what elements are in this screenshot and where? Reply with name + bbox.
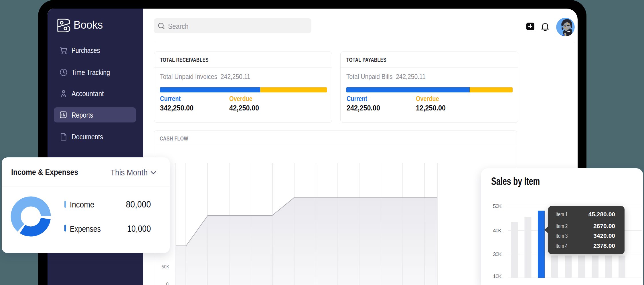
svg-text:50K: 50K xyxy=(493,203,502,209)
svg-text:0: 0 xyxy=(166,282,169,285)
svg-text:30K: 30K xyxy=(493,251,502,257)
svg-text:50K: 50K xyxy=(162,264,169,269)
svg-text:10K: 10K xyxy=(493,273,502,279)
svg-text:40K: 40K xyxy=(493,227,502,233)
